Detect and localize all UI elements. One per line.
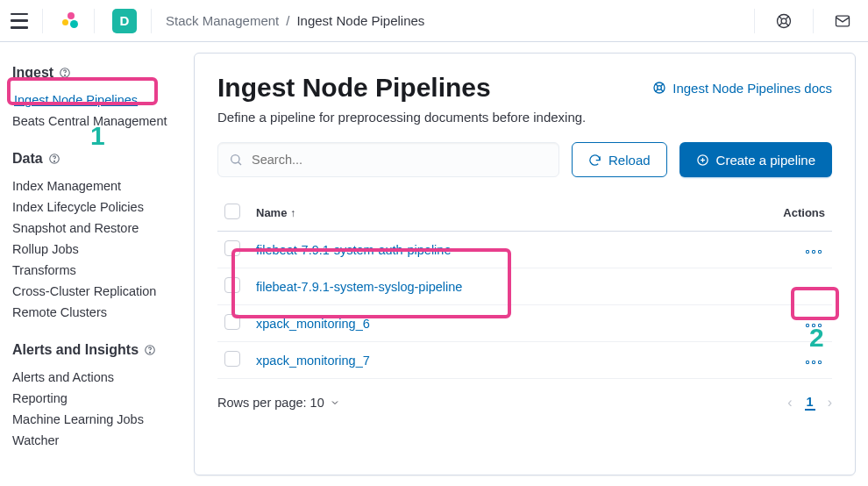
divider	[813, 9, 814, 33]
svg-point-1	[781, 18, 786, 24]
rows-per-page-selector[interactable]: Rows per page: 10	[217, 396, 340, 410]
help-icon	[652, 81, 666, 95]
row-checkbox[interactable]	[224, 351, 240, 367]
row-checkbox[interactable]	[224, 240, 240, 256]
row-actions-button[interactable]	[802, 283, 825, 294]
table-row: xpack_monitoring_6	[217, 305, 832, 342]
topbar: D Stack Management / Ingest Node Pipelin…	[0, 0, 868, 42]
pipeline-link[interactable]: xpack_monitoring_6	[256, 317, 370, 331]
row-checkbox[interactable]	[224, 277, 240, 293]
svg-line-4	[786, 16, 789, 18]
sidebar-item-alerts-and-actions[interactable]: Alerts and Actions	[12, 367, 176, 388]
sidebar-item-snapshot-and-restore[interactable]: Snapshot and Restore	[12, 218, 176, 239]
help-icon[interactable]	[59, 67, 71, 79]
table-row: filebeat-7.9.1-system-auth-pipeline	[217, 232, 832, 268]
svg-point-12	[150, 352, 151, 353]
svg-line-5	[779, 23, 781, 25]
search-icon	[229, 153, 243, 167]
sidebar-item-cross-cluster-replication[interactable]: Cross-Cluster Replication	[12, 281, 176, 302]
sidebar-heading-data: Data	[12, 151, 176, 167]
page-subtitle: Define a pipeline for preprocessing docu…	[217, 110, 832, 125]
row-checkbox[interactable]	[224, 314, 240, 330]
search-input-wrap[interactable]	[217, 142, 559, 177]
help-icon[interactable]	[48, 153, 60, 165]
svg-line-2	[779, 16, 781, 18]
page-title: Ingest Node Pipelines	[217, 73, 491, 103]
divider	[151, 9, 152, 33]
sidebar-item-reporting[interactable]: Reporting	[12, 388, 176, 409]
menu-toggle[interactable]	[11, 13, 28, 29]
docs-link[interactable]: Ingest Node Pipelines docs	[652, 81, 832, 96]
sidebar-item-rollup-jobs[interactable]: Rollup Jobs	[12, 239, 176, 260]
help-icon[interactable]	[769, 12, 799, 30]
elastic-logo-icon[interactable]	[62, 12, 80, 30]
page-number[interactable]: 1	[805, 395, 815, 411]
sidebar: Ingest Ingest Node Pipelines Beats Centr…	[0, 42, 189, 486]
svg-line-16	[661, 89, 664, 92]
pipelines-table: Name ↑ Actions filebeat-7.9.1-system-aut…	[217, 195, 832, 379]
svg-point-10	[53, 161, 54, 161]
refresh-icon	[588, 154, 601, 167]
create-pipeline-button[interactable]: Create a pipeline	[679, 142, 832, 177]
reload-button[interactable]: Reload	[572, 142, 667, 177]
sort-asc-icon: ↑	[290, 207, 295, 219]
sidebar-item-watcher[interactable]: Watcher	[12, 430, 176, 451]
svg-point-19	[231, 155, 239, 163]
sidebar-heading-alerts-insights: Alerts and Insights	[12, 342, 176, 358]
plus-circle-icon	[696, 154, 709, 167]
svg-point-8	[65, 75, 66, 75]
divider	[754, 9, 755, 33]
sidebar-item-index-management[interactable]: Index Management	[12, 175, 176, 197]
svg-point-14	[658, 86, 662, 90]
main-panel: Ingest Node Pipelines Ingest Node Pipeli…	[194, 53, 856, 475]
row-actions-button[interactable]	[802, 247, 825, 257]
breadcrumb: Stack Management / Ingest Node Pipelines	[166, 13, 424, 28]
sidebar-heading-ingest: Ingest	[12, 65, 176, 81]
row-actions-button[interactable]	[802, 357, 825, 368]
sidebar-item-machine-learning-jobs[interactable]: Machine Learning Jobs	[12, 409, 176, 430]
search-input[interactable]	[252, 153, 548, 167]
sidebar-item-transforms[interactable]: Transforms	[12, 260, 176, 281]
column-header-actions: Actions	[753, 195, 832, 232]
svg-line-15	[656, 83, 658, 86]
svg-rect-6	[836, 16, 850, 26]
table-row: filebeat-7.9.1-system-syslog-pipeline	[217, 268, 832, 305]
row-actions-button[interactable]	[802, 320, 825, 331]
chevron-down-icon	[330, 397, 340, 408]
pipeline-link[interactable]: xpack_monitoring_7	[256, 354, 370, 368]
breadcrumb-parent[interactable]: Stack Management	[166, 13, 279, 28]
pagination: ‹ 1 ›	[787, 395, 832, 411]
breadcrumb-separator: /	[286, 13, 289, 28]
prev-page-button[interactable]: ‹	[787, 395, 792, 411]
next-page-button[interactable]: ›	[828, 395, 832, 411]
divider	[42, 9, 43, 33]
column-header-name[interactable]: Name ↑	[249, 195, 753, 232]
divider	[94, 9, 95, 33]
sidebar-item-beats-central-management[interactable]: Beats Central Management	[12, 111, 176, 132]
pipeline-link[interactable]: filebeat-7.9.1-system-auth-pipeline	[256, 243, 451, 257]
space-avatar[interactable]: D	[112, 9, 137, 33]
sidebar-item-remote-clusters[interactable]: Remote Clusters	[12, 302, 176, 323]
svg-line-18	[656, 89, 658, 92]
svg-line-3	[786, 23, 789, 25]
pipeline-link[interactable]: filebeat-7.9.1-system-syslog-pipeline	[256, 280, 462, 294]
mail-icon[interactable]	[828, 12, 857, 30]
svg-line-20	[238, 162, 241, 165]
sidebar-item-ingest-node-pipelines[interactable]: Ingest Node Pipelines	[14, 89, 176, 111]
table-row: xpack_monitoring_7	[217, 342, 832, 379]
breadcrumb-current: Ingest Node Pipelines	[296, 13, 424, 28]
select-all-checkbox[interactable]	[224, 204, 240, 219]
help-icon[interactable]	[144, 344, 156, 356]
sidebar-item-index-lifecycle-policies[interactable]: Index Lifecycle Policies	[12, 197, 176, 218]
svg-line-17	[661, 83, 664, 86]
